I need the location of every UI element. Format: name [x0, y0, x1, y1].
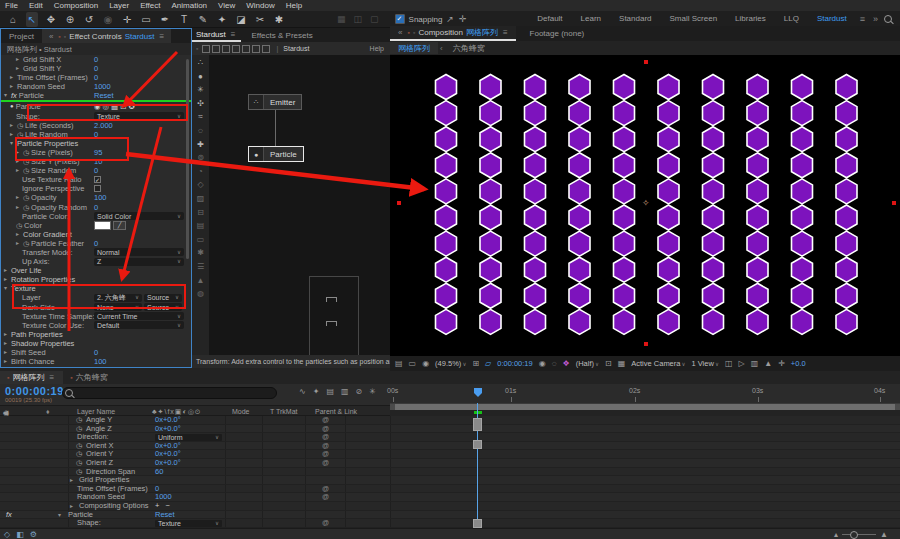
selection-tool-icon[interactable]: ↖ [26, 12, 38, 27]
mini-tab-hex[interactable]: 六角蜂窝 [445, 42, 493, 54]
lock-icon[interactable]: ◦ [3, 409, 9, 416]
dropdown-particle-color-[interactable]: Solid Color∨ [94, 212, 184, 220]
hand-tool-icon[interactable]: ✥ [45, 12, 57, 27]
shape-tool-icon[interactable]: ▭ [140, 12, 152, 27]
panel-collapse-icon[interactable]: « [47, 32, 55, 41]
layer-bar-segment-2[interactable] [473, 519, 482, 528]
stopwatch-icon[interactable]: ◷ [76, 450, 82, 459]
tab-effects-presets[interactable]: Effects & Presets [241, 31, 322, 40]
expander-arrow-icon[interactable]: ▸ [4, 339, 9, 348]
puppet-pin-tool-icon[interactable]: ✱ [273, 12, 285, 27]
snapping-options-icons[interactable]: ↗✛ [446, 14, 466, 24]
flowchart-icon[interactable]: ▤ [395, 359, 403, 368]
parent-pickwhip-icon[interactable]: @ [322, 425, 329, 434]
parent-pickwhip-icon[interactable]: @ [322, 459, 329, 468]
dropdown-texture-time-sample-[interactable]: Current Time∨ [94, 312, 184, 320]
expander-arrow-icon[interactable]: ▾ [10, 139, 15, 148]
search-workspace-icon[interactable] [884, 15, 892, 23]
expander-arrow-icon[interactable]: ▸ [10, 82, 15, 91]
comp-handle-bottom[interactable] [644, 342, 648, 346]
timeline-zoom-slider[interactable]: ▴ ▲ [834, 530, 888, 539]
roto-brush-tool-icon[interactable]: ✂ [254, 12, 266, 27]
channels-icon[interactable]: ❖ [562, 359, 569, 368]
snap-option-icon-1[interactable]: ✛ [459, 14, 467, 24]
menu-help[interactable]: Help [286, 1, 302, 10]
snapshot-icon[interactable]: ◉ [422, 359, 429, 368]
zoom-tool-icon[interactable]: ⊕ [64, 12, 76, 27]
property-value[interactable]: 100 [94, 357, 107, 366]
col-parent-link[interactable]: Parent & Link [315, 408, 357, 415]
tab-project[interactable]: Project [1, 32, 42, 41]
snap-option-icon-0[interactable]: ↗ [446, 14, 454, 24]
parent-pickwhip-icon[interactable]: @ [322, 493, 329, 502]
menu-effect[interactable]: Effect [140, 1, 160, 10]
timeline-tab-grid-array[interactable]: ▪ 网格阵列 ≡ [0, 371, 63, 384]
particle-node[interactable]: ● Particle [248, 146, 304, 162]
node-type-icon-7[interactable]: ⊚ [197, 153, 204, 162]
expander-arrow-icon[interactable]: ▾ [58, 511, 61, 520]
property-value[interactable]: 0 [94, 348, 98, 357]
live-update-icon[interactable]: ∿ [299, 387, 306, 396]
eyedropper-icon[interactable]: ╱ [113, 221, 126, 230]
expander-arrow-icon[interactable]: ▸ [16, 157, 21, 166]
menu-layer[interactable]: Layer [109, 1, 129, 10]
stopwatch-icon[interactable]: ◷ [23, 203, 29, 212]
particle-mode-icon-3[interactable]: ⊡ [120, 102, 126, 111]
node-filter-icon-3[interactable] [232, 45, 240, 53]
resolution-select[interactable]: (Half)∨ [576, 359, 599, 368]
expander-arrow-icon[interactable]: ▸ [4, 348, 9, 357]
time-ruler[interactable]: 00s01s02s03s04s [390, 384, 900, 405]
expander-arrow-icon[interactable]: ▸ [16, 148, 21, 157]
view-layout-select[interactable]: 1 View∨ [692, 359, 719, 368]
menu-file[interactable]: File [5, 1, 18, 10]
checkbox-ignore-perspective[interactable] [94, 185, 101, 192]
comp-handle-right[interactable] [892, 201, 896, 205]
type-tool-icon[interactable]: T [178, 12, 190, 27]
expander-arrow-icon[interactable]: ▸ [16, 230, 21, 239]
timeline-tab-hex[interactable]: ▪ 六角蜂窝 [63, 371, 114, 384]
workspace-tab-standard[interactable]: Standard [610, 11, 660, 27]
menu-edit[interactable]: Edit [29, 1, 43, 10]
stopwatch-icon[interactable]: ◷ [23, 166, 29, 175]
stopwatch-icon[interactable]: ◷ [17, 121, 23, 130]
fast-preview-icon[interactable]: ▷ [738, 359, 744, 368]
node-filter-icon-4[interactable] [242, 45, 250, 53]
composition-viewport[interactable]: ✧ [390, 55, 900, 356]
timeline-toggle-icons[interactable]: ◇◧⚙ [4, 530, 37, 539]
timeline-button-icon[interactable]: ▥ [751, 359, 759, 368]
workspace-tab-learn[interactable]: Learn [572, 11, 610, 27]
transparency-grid-icon[interactable]: ▦ [618, 359, 626, 368]
mini-tab-grid-array[interactable]: 网格阵列 [390, 42, 438, 54]
frame-blend-icon[interactable]: ▥ [341, 387, 349, 396]
node-type-icon-9[interactable]: ◇ [197, 180, 203, 189]
workspace-menu-icon[interactable]: ≡ [856, 14, 869, 24]
particle-mode-icon-1[interactable]: ◎ [103, 102, 110, 111]
workspace-tab-stardust[interactable]: Stardust [808, 11, 856, 27]
stardust-panel-menu-icon[interactable]: ≡ [229, 30, 238, 39]
reset-link[interactable]: Reset [94, 91, 114, 100]
menu-window[interactable]: Window [246, 1, 274, 10]
draft-3d-icon[interactable]: ✦ [313, 387, 320, 396]
node-filter-icon-1[interactable] [212, 45, 220, 53]
flowchart-button-icon[interactable]: ▲ [764, 359, 772, 368]
expander-arrow-icon[interactable]: ▸ [10, 121, 15, 130]
dropdown-layer[interactable]: 2. 六角蜂∨ [94, 294, 142, 302]
col-trkmat[interactable]: T TrkMat [270, 408, 297, 415]
node-filter-icon-6[interactable] [262, 45, 270, 53]
parent-pickwhip-icon[interactable]: @ [322, 519, 329, 528]
comp-collapse-icon[interactable]: « [396, 28, 404, 37]
stopwatch-icon[interactable]: ◷ [76, 459, 82, 468]
expander-arrow-icon[interactable]: ▸ [4, 330, 9, 339]
emitter-node[interactable]: ∴ Emitter [248, 94, 302, 110]
node-type-icon-13[interactable]: ▭ [197, 235, 205, 244]
zoom-out-icon[interactable]: ▴ [834, 530, 838, 539]
property-value[interactable]: 0 [94, 239, 98, 248]
col-mode[interactable]: Mode [232, 408, 250, 415]
roi-icon[interactable]: ⊡ [605, 359, 612, 368]
parent-pickwhip-icon[interactable]: @ [322, 485, 329, 494]
expander-arrow-icon[interactable]: ▸ [16, 64, 21, 73]
property-value[interactable]: 1000 [94, 82, 111, 91]
pixel-aspect-icon[interactable]: ◫ [725, 359, 733, 368]
expander-arrow-icon[interactable]: ▸ [16, 203, 21, 212]
zoom-track[interactable] [842, 534, 876, 535]
